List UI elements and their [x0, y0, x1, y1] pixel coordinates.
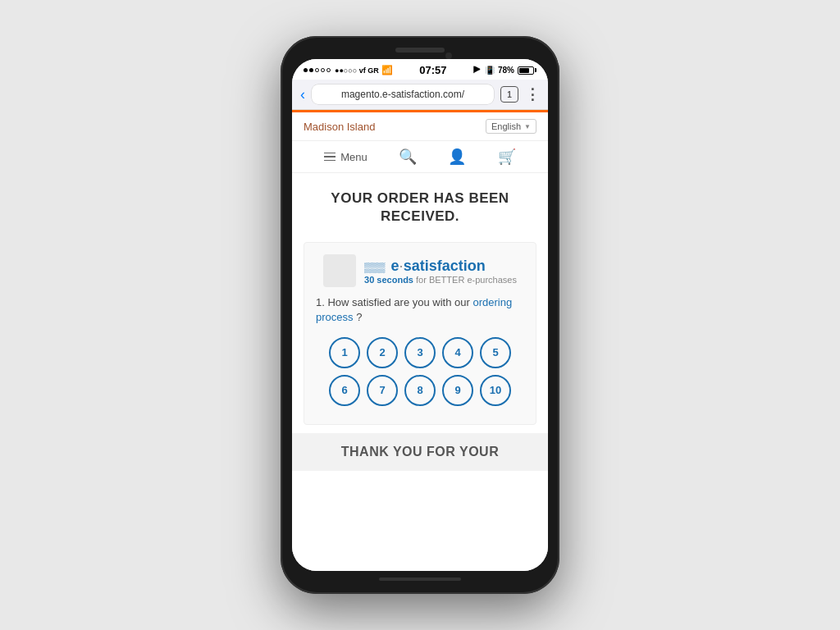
question-end: ?: [354, 311, 363, 323]
tagline-rest: for BETTER e-purchases: [413, 275, 517, 285]
location-icon: ⯈: [473, 66, 482, 75]
status-left: ●●○○○ vf GR 📶: [304, 65, 393, 75]
rating-4[interactable]: 4: [442, 337, 473, 368]
battery-tip: [535, 68, 536, 72]
battery-body: [518, 66, 534, 75]
browser-chrome: ‹ magento.e-satisfaction.com/ 1 ⋮: [292, 80, 548, 110]
more-menu-button[interactable]: ⋮: [525, 85, 540, 103]
battery-icon: [518, 66, 536, 75]
rating-6[interactable]: 6: [329, 375, 360, 406]
thank-you-text: THANK YOU FOR YOUR: [304, 445, 536, 459]
bluetooth-icon: 📳: [485, 66, 495, 75]
back-button[interactable]: ‹: [300, 86, 305, 103]
tagline-bold: 30 seconds: [364, 275, 413, 285]
cart-icon[interactable]: 🛒: [498, 148, 516, 166]
survey-question: 1. How satisfied are you with our orderi…: [316, 295, 524, 325]
dot4: [321, 68, 325, 72]
rating-3[interactable]: 3: [404, 337, 436, 368]
rating-9[interactable]: 9: [442, 375, 473, 406]
menu-label: Menu: [340, 151, 368, 163]
dot5: [326, 68, 331, 72]
website-content: Madison Island English ▼ Menu 🔍 👤: [292, 112, 548, 571]
rating-row-1: 1 2 3 4 5: [316, 337, 524, 368]
rating-1[interactable]: 1: [329, 337, 360, 368]
site-logo[interactable]: Madison Island: [304, 121, 375, 133]
phone-screen: ●●○○○ vf GR 📶 07:57 ⯈ 📳 78% ‹ magent: [292, 59, 548, 571]
rating-8[interactable]: 8: [404, 375, 436, 406]
browser-toolbar: ‹ magento.e-satisfaction.com/ 1 ⋮: [292, 80, 548, 109]
survey-brand: ▒▒▒ e·satisfaction 30 seconds for BETTER…: [364, 258, 517, 285]
battery-pct: 78%: [498, 66, 514, 75]
survey-card: ▒▒▒ e·satisfaction 30 seconds for BETTER…: [304, 242, 536, 424]
phone-camera: [445, 52, 452, 59]
brand-tagline: 30 seconds for BETTER e-purchases: [364, 275, 517, 285]
wifi-icon: 📶: [381, 65, 393, 75]
language-selector[interactable]: English ▼: [486, 119, 536, 134]
rating-10[interactable]: 10: [480, 375, 511, 406]
status-time: 07:57: [419, 64, 446, 76]
rating-5[interactable]: 5: [480, 337, 511, 368]
question-text: 1. How satisfied are you with our: [316, 296, 472, 308]
survey-logo-box: [323, 254, 356, 287]
hamburger-line3: [324, 160, 336, 162]
language-arrow: ▼: [524, 123, 531, 130]
hamburger-line1: [324, 153, 336, 154]
url-bar[interactable]: magento.e-satisfaction.com/: [312, 84, 494, 104]
tab-count[interactable]: 1: [500, 86, 518, 103]
hamburger-icon: [324, 153, 336, 162]
account-icon[interactable]: 👤: [448, 148, 466, 166]
battery-fill: [519, 68, 529, 73]
phone-speaker: [395, 48, 445, 52]
brand-icon: ▒▒▒: [364, 262, 386, 273]
language-label: English: [491, 121, 521, 131]
dot2: [309, 68, 313, 72]
status-right: ⯈ 📳 78%: [473, 66, 536, 75]
dot1: [304, 68, 308, 72]
search-icon[interactable]: 🔍: [399, 148, 417, 166]
brand-text: e·satisfaction: [391, 258, 486, 274]
order-section: YOUR ORDER HAS BEENRECEIVED.: [292, 173, 548, 234]
thank-you-bar: THANK YOU FOR YOUR: [292, 433, 548, 471]
survey-logo-area: ▒▒▒ e·satisfaction 30 seconds for BETTER…: [316, 254, 524, 287]
rating-7[interactable]: 7: [367, 375, 398, 406]
phone-home-indicator[interactable]: [379, 578, 461, 581]
rating-row-2: 6 7 8 9 10: [316, 375, 524, 406]
carrier-label: ●●○○○ vf GR: [335, 66, 379, 75]
phone-device: ●●○○○ vf GR 📶 07:57 ⯈ 📳 78% ‹ magent: [281, 36, 559, 594]
brand-name: ▒▒▒ e·satisfaction: [364, 258, 486, 275]
signal-dots: [304, 68, 331, 72]
menu-button[interactable]: Menu: [324, 151, 368, 163]
site-header: Madison Island English ▼: [292, 112, 548, 141]
hamburger-line2: [324, 156, 336, 158]
dot3: [315, 68, 319, 72]
rating-2[interactable]: 2: [367, 337, 398, 368]
order-title-text: YOUR ORDER HAS BEENRECEIVED.: [331, 190, 509, 224]
order-title: YOUR ORDER HAS BEENRECEIVED.: [304, 189, 536, 226]
site-nav: Menu 🔍 👤 🛒: [292, 141, 548, 173]
status-bar: ●●○○○ vf GR 📶 07:57 ⯈ 📳 78%: [292, 59, 548, 80]
